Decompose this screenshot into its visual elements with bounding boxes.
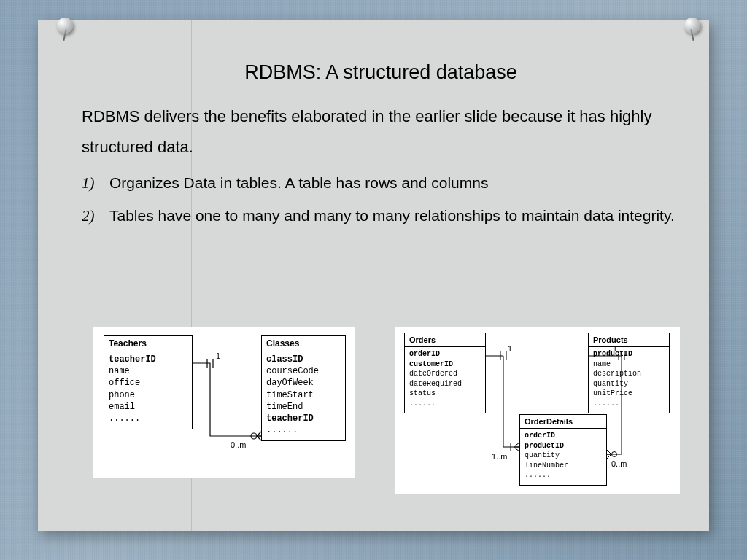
svg-point-1 xyxy=(612,452,617,457)
slide-title: RDBMS: A structured database xyxy=(82,61,680,84)
entity-header: Products xyxy=(589,333,669,347)
pushpin-icon xyxy=(53,15,77,39)
cardinality-label: 0..m xyxy=(611,459,627,468)
diagram-area: Teachers teacherID name office phone ema… xyxy=(93,327,680,486)
cardinality-label: 0..m xyxy=(231,440,246,449)
entity-fields: orderID productID quantity lineNumber ..… xyxy=(520,429,606,485)
entity-header: OrderDetails xyxy=(520,415,606,429)
list-item: Organizes Data in tables. A table has ro… xyxy=(109,168,680,198)
diagram-teachers-classes: Teachers teacherID name office phone ema… xyxy=(93,327,355,478)
entity-products: Products productID name description quan… xyxy=(588,332,670,413)
pushpin-icon xyxy=(680,15,705,39)
diagram-orders-products: Orders orderID customerID dateOrdered da… xyxy=(395,327,680,494)
cardinality-label: 1..m xyxy=(492,452,507,461)
entity-header: Classes xyxy=(262,336,345,351)
svg-point-0 xyxy=(251,433,257,439)
entity-orderdetails: OrderDetails orderID productID quantity … xyxy=(519,414,607,486)
cardinality-label: 1 xyxy=(508,344,512,353)
entity-header: Teachers xyxy=(104,336,192,351)
cardinality-label: 1 xyxy=(613,344,617,353)
cardinality-label: 1 xyxy=(216,351,220,360)
bullet-list: Organizes Data in tables. A table has ro… xyxy=(82,168,680,231)
entity-header: Orders xyxy=(405,333,485,347)
list-item: Tables have one to many and many to many… xyxy=(109,201,680,231)
intro-text: RDBMS delivers the benefits elaborated i… xyxy=(82,101,680,163)
entity-classes: Classes classID courseCode dayOfWeek tim… xyxy=(261,335,346,441)
entity-fields: teacherID name office phone email ...... xyxy=(104,351,192,429)
entity-teachers: Teachers teacherID name office phone ema… xyxy=(104,335,193,429)
slide-content: RDBMS: A structured database RDBMS deliv… xyxy=(82,61,680,233)
slide-page: RDBMS: A structured database RDBMS deliv… xyxy=(38,20,709,531)
entity-orders: Orders orderID customerID dateOrdered da… xyxy=(404,332,486,413)
entity-fields: productID name description quantity unit… xyxy=(589,347,669,413)
entity-fields: classID courseCode dayOfWeek timeStart t… xyxy=(262,351,345,440)
entity-fields: orderID customerID dateOrdered dateRequi… xyxy=(405,347,485,413)
